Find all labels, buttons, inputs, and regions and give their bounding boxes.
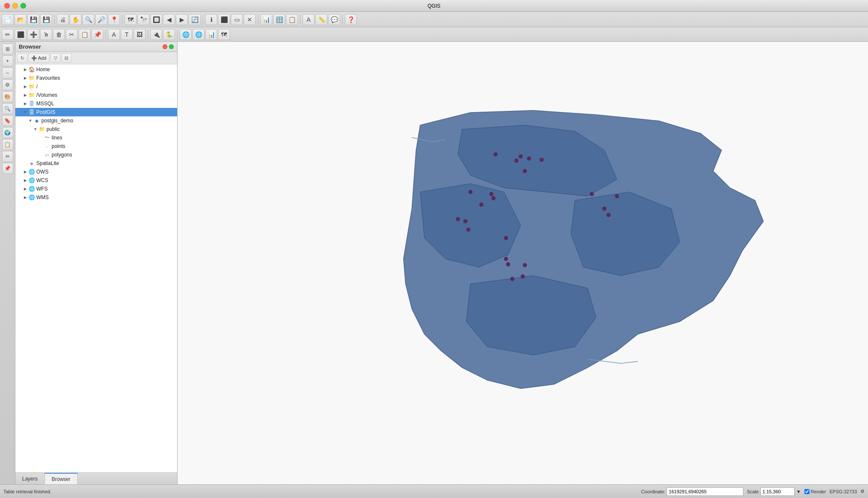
add-text-button[interactable]: T: [121, 29, 133, 40]
spatial-bookmarks-button[interactable]: 🔖: [2, 115, 13, 126]
tree-item-wcs[interactable]: ▶ 🌐 WCS: [15, 176, 177, 185]
pan-map-button[interactable]: ✋: [70, 14, 82, 25]
epsg-label[interactable]: EPSG:32733: [830, 489, 857, 494]
add-vector-button[interactable]: 📊: [205, 29, 217, 40]
layer-control-button[interactable]: ⊞: [2, 43, 13, 55]
window-controls: [4, 3, 26, 9]
move-feature-button[interactable]: 🖱: [40, 29, 52, 40]
add-raster-button[interactable]: 🗺: [218, 29, 230, 40]
tree-item-postgis-demo[interactable]: ▼ ◆ postgis_demo: [15, 116, 177, 125]
new-project-button[interactable]: 📄: [2, 14, 14, 25]
separator8: [148, 30, 148, 39]
add-wms-button[interactable]: 🌐: [180, 29, 192, 40]
tree-label-wfs: WFS: [36, 186, 48, 192]
tree-label-mssql: MSSQL: [36, 101, 54, 107]
tree-item-spatialite[interactable]: ▶ ◈ SpatiaLite: [15, 159, 177, 168]
tab-browser[interactable]: Browser: [45, 473, 78, 484]
close-button[interactable]: [4, 3, 10, 9]
open-attribute-table-button[interactable]: 📊: [260, 14, 272, 25]
deselect-all-button[interactable]: ✕: [244, 14, 256, 25]
select-button[interactable]: ⬛: [218, 14, 230, 25]
clipboard-button[interactable]: 📋: [286, 14, 298, 25]
render-checkbox[interactable]: [804, 489, 810, 494]
tree-arrow-volumes: ▶: [22, 92, 28, 98]
svg-point-10: [479, 203, 484, 207]
delete-selected-button[interactable]: 🗑: [53, 29, 65, 40]
tree-label-points: points: [52, 143, 65, 149]
zoom-out-button[interactable]: 🔎: [95, 14, 107, 25]
panel-close-button[interactable]: [163, 44, 167, 49]
scale-input[interactable]: [760, 487, 795, 496]
layer-properties-button[interactable]: ⚙: [2, 79, 13, 90]
refresh-button[interactable]: 🔄: [189, 14, 201, 25]
remove-layer-button[interactable]: −: [2, 67, 13, 78]
browser-panel-header: Browser: [15, 42, 177, 52]
tree-item-root[interactable]: ▶ 📁 /: [15, 82, 177, 91]
tree-item-favourites[interactable]: ▶ 📁 Favourites: [15, 74, 177, 82]
zoom-last-button[interactable]: ◀: [163, 14, 175, 25]
select-by-rect-button[interactable]: ▭: [231, 14, 243, 25]
tree-item-postgis[interactable]: ▼ 🗄 PostGIS: [15, 108, 177, 116]
filter-button[interactable]: 🔍: [2, 103, 13, 114]
zoom-next-button[interactable]: ▶: [176, 14, 188, 25]
svg-point-17: [606, 213, 611, 217]
map-area[interactable]: [178, 42, 868, 484]
identify-button[interactable]: ℹ: [205, 14, 217, 25]
plugins-button[interactable]: 🔌: [150, 29, 162, 40]
browser-filter-button[interactable]: ▽: [50, 53, 61, 63]
save-project-button[interactable]: 💾: [27, 14, 39, 25]
coordinate-input[interactable]: [667, 487, 743, 496]
tree-item-points[interactable]: ▶ · points: [15, 142, 177, 151]
paste-features-button[interactable]: 📌: [91, 29, 103, 40]
panel-float-button[interactable]: [169, 44, 174, 49]
measure-button[interactable]: 📏: [315, 14, 327, 25]
tree-item-home[interactable]: ▶ 🏠 Home: [15, 65, 177, 74]
pan-to-selection-button[interactable]: 📍: [108, 14, 120, 25]
cut-features-button[interactable]: ✂: [66, 29, 78, 40]
print-composer-button[interactable]: 🖨: [57, 14, 69, 25]
label-button[interactable]: A: [303, 14, 315, 25]
zoom-in-button[interactable]: 🔍: [82, 14, 94, 25]
browser-refresh-button[interactable]: ↻: [17, 53, 27, 63]
map-tips-button[interactable]: 💬: [328, 14, 340, 25]
copy-features-button[interactable]: 📋: [79, 29, 90, 40]
tree-item-public[interactable]: ▼ 📁 public: [15, 125, 177, 133]
add-annotation-button[interactable]: 📌: [2, 163, 13, 174]
maximize-button[interactable]: [20, 3, 26, 9]
edit-button[interactable]: ✏: [2, 151, 13, 162]
node-tool-button[interactable]: ⬛: [15, 29, 26, 40]
digitize-button[interactable]: ✏: [2, 29, 14, 40]
tab-layers[interactable]: Layers: [15, 473, 45, 484]
tree-item-wfs[interactable]: ▶ 🌐 WFS: [15, 185, 177, 193]
tree-item-polygons[interactable]: ▶ ▭ polygons: [15, 151, 177, 159]
browser-add-button[interactable]: ➕ Add: [28, 53, 50, 63]
zoom-full-button[interactable]: 🗺: [125, 14, 137, 25]
log-messages-button[interactable]: 📋: [2, 139, 13, 150]
field-calculator-button[interactable]: 🔢: [273, 14, 285, 25]
root-icon: 📁: [28, 83, 35, 90]
tree-item-ows[interactable]: ▶ 🌐 OWS: [15, 168, 177, 176]
about-button[interactable]: ❓: [345, 14, 357, 25]
style-manager-button[interactable]: 🎨: [2, 91, 13, 102]
tree-item-mssql[interactable]: ▶ 🗄 MSSQL: [15, 99, 177, 108]
add-image-button[interactable]: 🖼: [134, 29, 146, 40]
minimize-button[interactable]: [12, 3, 18, 9]
zoom-to-selection-button[interactable]: 🔲: [150, 14, 162, 25]
overview-button[interactable]: 🌍: [2, 127, 13, 138]
settings-icon[interactable]: ⚙: [860, 489, 865, 494]
tree-item-volumes[interactable]: ▶ 📁 /Volumes: [15, 91, 177, 99]
add-feature-button[interactable]: ➕: [27, 29, 39, 40]
svg-point-20: [506, 262, 510, 266]
open-project-button[interactable]: 📂: [15, 14, 26, 25]
tree-item-wms[interactable]: ▶ 🌐 WMS: [15, 193, 177, 202]
add-layer-button[interactable]: +: [2, 55, 13, 67]
python-button[interactable]: 🐍: [163, 29, 175, 40]
tree-arrow-wms: ▶: [22, 194, 28, 200]
save-as-button[interactable]: 💾: [40, 14, 52, 25]
scale-dropdown-icon[interactable]: ▼: [796, 489, 801, 494]
tree-item-lines[interactable]: ▶ 〜 lines: [15, 133, 177, 142]
zoom-to-layer-button[interactable]: 🔭: [137, 14, 149, 25]
label-tool-button[interactable]: A: [108, 29, 120, 40]
add-wfs-button[interactable]: 🌐: [192, 29, 204, 40]
browser-collapse-button[interactable]: ⊟: [61, 53, 72, 63]
